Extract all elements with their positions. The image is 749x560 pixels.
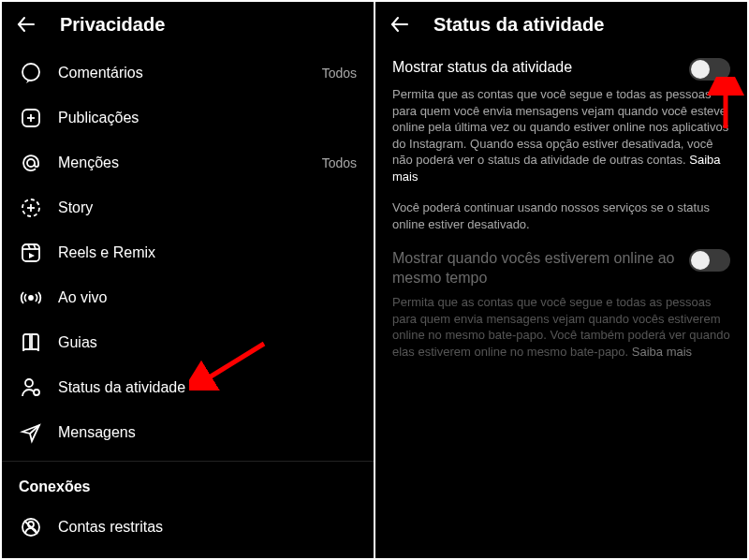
setting-desc: Permita que as contas que você segue e t… (392, 294, 730, 360)
row-label: Menções (58, 155, 322, 171)
row-value: Todos (322, 66, 357, 81)
setting-desc: Permita que as contas que você segue e t… (392, 86, 730, 184)
svg-rect-9 (22, 244, 39, 261)
svg-point-15 (25, 379, 33, 387)
setting-title: Mostrar quando vocês estiverem online ao… (392, 249, 689, 288)
activity-status-screen: Status da atividade Mostrar status da at… (375, 2, 747, 558)
guides-icon (19, 331, 43, 355)
toggle-show-activity[interactable] (689, 58, 730, 81)
setting-show-activity: Mostrar status da atividade Permita que … (375, 45, 747, 190)
header: Privacidade (2, 2, 374, 45)
row-guides[interactable]: Guias (2, 320, 374, 365)
row-label: Contas restritas (58, 519, 357, 536)
svg-point-1 (22, 64, 39, 81)
restricted-icon (19, 515, 43, 539)
row-story[interactable]: Story (2, 185, 374, 230)
svg-marker-13 (29, 253, 35, 258)
row-messages[interactable]: Mensagens (2, 410, 374, 455)
row-label: Ao vivo (58, 289, 357, 306)
section-header-connections: Conexões (2, 461, 374, 505)
row-label: Publicações (58, 110, 357, 126)
learn-more-link[interactable]: Saiba mais (632, 345, 692, 359)
svg-point-14 (29, 296, 33, 300)
story-icon (19, 196, 43, 220)
row-activity-status[interactable]: Status da atividade (2, 365, 374, 410)
mention-icon (19, 151, 43, 175)
privacy-screen: Privacidade Comentários Todos Publicaçõe… (2, 2, 374, 558)
row-label: Guias (58, 334, 357, 351)
plus-box-icon (19, 106, 43, 130)
row-comments[interactable]: Comentários Todos (2, 51, 374, 96)
header: Status da atividade (375, 2, 747, 45)
row-mentions[interactable]: Menções Todos (2, 140, 374, 185)
row-live[interactable]: Ao vivo (2, 275, 374, 320)
page-title: Status da atividade (433, 14, 604, 36)
toggle-show-same-time[interactable] (689, 249, 730, 272)
row-restricted[interactable]: Contas restritas (2, 505, 374, 550)
comment-icon (19, 61, 43, 85)
back-icon[interactable] (389, 13, 411, 36)
live-icon (19, 286, 43, 310)
reels-icon (19, 241, 43, 265)
row-label: Story (58, 199, 357, 216)
note: Você poderá continuar usando nossos serv… (375, 190, 747, 236)
page-title: Privacidade (60, 14, 165, 36)
row-posts[interactable]: Publicações (2, 96, 374, 140)
setting-title: Mostrar status da atividade (392, 58, 583, 78)
row-label: Reels e Remix (58, 244, 357, 261)
activity-status-icon (19, 376, 43, 400)
row-reels[interactable]: Reels e Remix (2, 230, 374, 275)
row-value: Todos (322, 155, 357, 170)
row-label: Comentários (58, 65, 322, 81)
setting-show-same-time: Mostrar quando vocês estiverem online ao… (375, 236, 747, 365)
row-label: Mensagens (58, 424, 357, 441)
messages-icon (19, 420, 43, 445)
row-label: Status da atividade (58, 379, 357, 396)
privacy-list: Comentários Todos Publicações Menções To… (2, 45, 374, 550)
back-icon[interactable] (15, 13, 37, 36)
svg-point-5 (27, 159, 35, 167)
svg-point-16 (34, 390, 39, 395)
